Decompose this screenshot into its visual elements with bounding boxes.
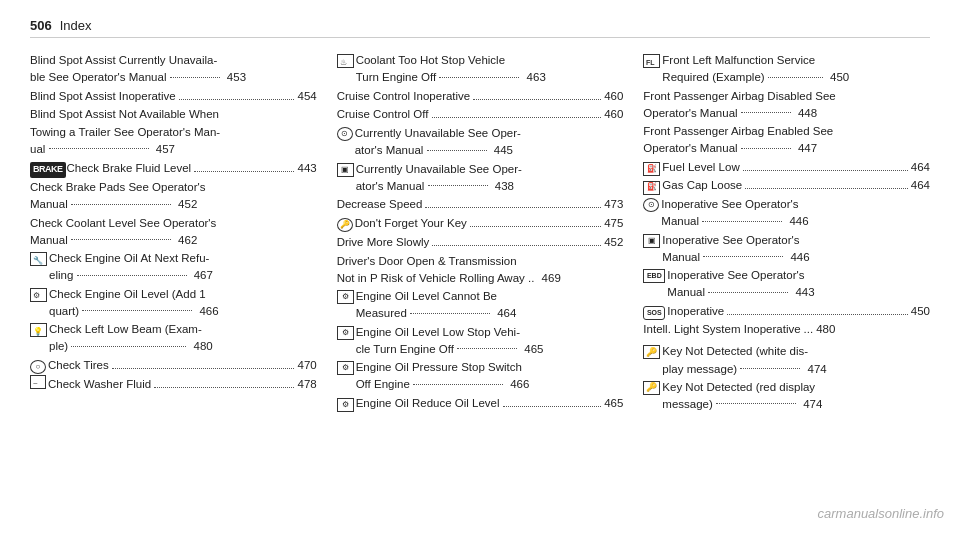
page-container: 506 Index Blind Spot Assist Currently Un… xyxy=(0,0,960,444)
entry-text: Decrease Speed xyxy=(337,196,423,214)
engine-box6-icon: ⚙ xyxy=(337,398,354,412)
entry-text: Blind Spot Assist Inoperative xyxy=(30,88,176,106)
list-item: Check Brake Pads See Operator's Manual 4… xyxy=(30,179,317,214)
entry-page: 448 xyxy=(795,107,817,119)
entry-text: Check Tires xyxy=(48,357,109,375)
entry-text: Inoperative See Operator's xyxy=(662,234,799,246)
entry-page: 467 xyxy=(191,269,213,281)
list-item: ⊙ Inoperative See Operator's Manual 446 xyxy=(643,196,930,231)
entry-text: Blind Spot Assist Not Available When xyxy=(30,108,219,120)
index-col-3: FL Front Left Malfunction Service Requir… xyxy=(643,52,930,414)
entry-text: Manual xyxy=(30,198,71,210)
entry-text: Off Engine xyxy=(356,378,413,390)
list-item: BRAKE Check Brake Fluid Level 443 xyxy=(30,160,317,178)
entry-text: Blind Spot Assist Currently Unavaila- xyxy=(30,54,217,66)
tire-icon: ○ xyxy=(30,360,46,374)
entry-text: Measured xyxy=(356,307,410,319)
entry-text: Manual xyxy=(30,234,71,246)
entry-text: Check Brake Pads See Operator's xyxy=(30,181,205,193)
entry-page: 474 xyxy=(804,363,826,375)
list-item: 🔑 Key Not Detected (white dis- play mess… xyxy=(643,343,930,378)
entry-text: ator's Manual xyxy=(356,180,428,192)
entry-page: 445 xyxy=(491,144,513,156)
entry-page: 438 xyxy=(492,180,514,192)
entry-text: Not in P Risk of Vehicle Rolling Away .. xyxy=(337,272,535,284)
key-icon2: 🔑 xyxy=(643,381,660,395)
entry-page: 462 xyxy=(175,234,197,246)
entry-page: 460 xyxy=(604,88,623,106)
entry-page: 463 xyxy=(523,71,545,83)
list-item: Cruise Control Off 460 xyxy=(337,106,624,124)
entry-text: Currently Unavailable See Oper- xyxy=(355,127,521,139)
engine-box3-icon: ⚙ xyxy=(337,290,354,304)
entry-page: 452 xyxy=(175,198,197,210)
entry-text: Cruise Control Off xyxy=(337,106,429,124)
coolant-icon: ♨ xyxy=(337,54,354,68)
entry-text: Operator's Manual xyxy=(643,107,740,119)
entry-text: Intell. Light System Inoperative xyxy=(643,321,800,339)
entry-page: 457 xyxy=(153,143,175,155)
entry-text: Cruise Control Inoperative xyxy=(337,88,471,106)
beam-icon: 💡 xyxy=(30,323,47,337)
box-icon3: ▣ xyxy=(643,234,660,248)
sos-icon: SOS xyxy=(643,306,665,320)
list-item: Drive More Slowly 452 xyxy=(337,234,624,252)
entry-text: Check Left Low Beam (Exam- xyxy=(49,323,202,335)
key-icon: 🔑 xyxy=(643,345,660,359)
entry-page: 478 xyxy=(297,376,316,394)
entry-text: Engine Oil Pressure Stop Switch xyxy=(356,361,522,373)
index-columns: Blind Spot Assist Currently Unavaila- bl… xyxy=(30,52,930,414)
list-item: ⚙ Engine Oil Level Cannot Be Measured 46… xyxy=(337,288,624,323)
list-item: 🔑 Key Not Detected (red display message)… xyxy=(643,379,930,414)
index-col-2: ♨ Coolant Too Hot Stop Vehicle Turn Engi… xyxy=(337,52,624,413)
page-title: Index xyxy=(60,18,92,33)
entry-text: Check Washer Fluid xyxy=(48,376,151,394)
page-header: 506 Index xyxy=(30,18,930,38)
entry-text: ator's Manual xyxy=(355,144,427,156)
list-item: 💡 Check Left Low Beam (Exam- ple) 480 xyxy=(30,321,317,356)
entry-text: Front Passenger Airbag Disabled See xyxy=(643,90,835,102)
engine-oil2-icon: ⚙ xyxy=(30,288,47,302)
list-item: ~ Check Washer Fluid 478 xyxy=(30,375,317,393)
sos-circle-icon: ⊙ xyxy=(643,198,659,212)
list-item: Blind Spot Assist Inoperative 454 xyxy=(30,88,317,106)
entry-text: Front Left Malfunction Service xyxy=(662,54,815,66)
svg-text:♨: ♨ xyxy=(340,58,347,67)
entry-text: Key Not Detected (red display xyxy=(662,381,815,393)
svg-text:🔧: 🔧 xyxy=(33,255,43,265)
gas-icon: ⛽ xyxy=(643,181,660,195)
brake-icon: BRAKE xyxy=(30,162,66,178)
entry-page: 466 xyxy=(196,305,218,317)
entry-text: Check Brake Fluid Level xyxy=(67,160,192,178)
entry-page: 480 xyxy=(190,340,212,352)
entry-text: quart) xyxy=(49,305,82,317)
entry-page: 452 xyxy=(604,234,623,252)
entry-text: Gas Cap Loose xyxy=(662,177,742,195)
list-item: FL Front Left Malfunction Service Requir… xyxy=(643,52,930,87)
engine-oil-icon: 🔧 xyxy=(30,252,47,266)
entry-text: Operator's Manual xyxy=(643,142,740,154)
entry-text: Manual xyxy=(662,251,703,263)
list-item: Intell. Light System Inoperative ... 480 xyxy=(643,321,930,342)
entry-text: Required (Example) xyxy=(662,71,767,83)
list-item: 🔧 Check Engine Oil At Next Refu- eling 4… xyxy=(30,250,317,285)
index-col-1: Blind Spot Assist Currently Unavaila- bl… xyxy=(30,52,317,395)
svg-text:~: ~ xyxy=(33,379,38,388)
list-item: ⚙ Check Engine Oil Level (Add 1 quart) 4… xyxy=(30,286,317,321)
list-item: Decrease Speed 473 xyxy=(337,196,624,214)
list-item: Cruise Control Inoperative 460 xyxy=(337,88,624,106)
list-item: ⊙ Currently Unavailable See Oper- ator's… xyxy=(337,125,624,160)
entry-text: Fuel Level Low xyxy=(662,159,739,177)
entry-page: 464 xyxy=(911,159,930,177)
entry-text: Drive More Slowly xyxy=(337,234,430,252)
entry-text: Inoperative See Operator's xyxy=(667,269,804,281)
entry-text: Engine Oil Reduce Oil Level xyxy=(356,395,500,413)
entry-page: 470 xyxy=(297,357,316,375)
entry-page: 453 xyxy=(224,71,246,83)
entry-text: Manual xyxy=(667,286,708,298)
washer-icon: ~ xyxy=(30,375,46,389)
entry-page: 465 xyxy=(604,395,623,413)
entry-page: 465 xyxy=(521,343,543,355)
list-item: ▣ Inoperative See Operator's Manual 446 xyxy=(643,232,930,267)
ebd-icon: EBD xyxy=(643,269,665,283)
